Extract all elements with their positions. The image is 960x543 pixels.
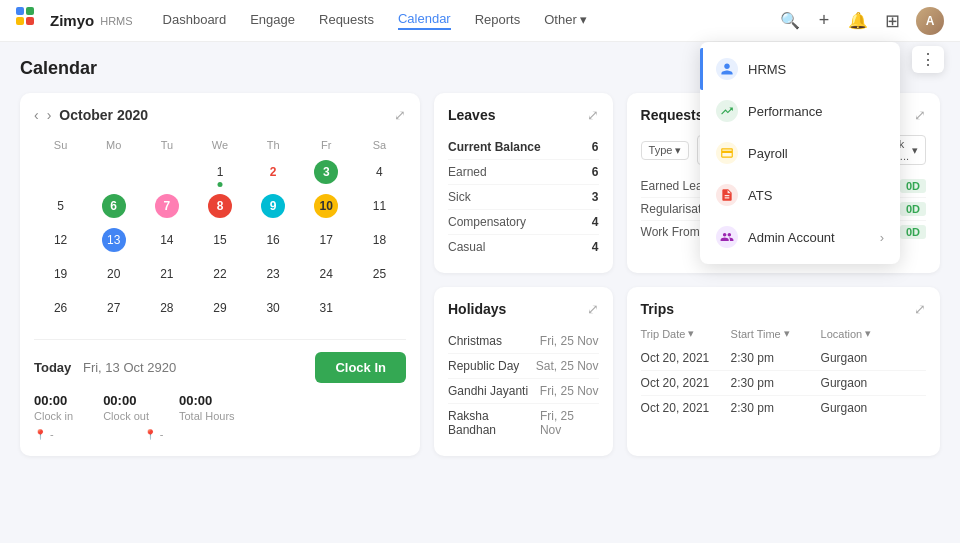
holidays-title: Holidays [448, 301, 506, 317]
today-date: Fri, 13 Oct 2920 [83, 360, 176, 375]
clock-in-button[interactable]: Clock In [315, 352, 406, 383]
logo-sub: HRMS [100, 15, 132, 27]
trip-2-location: Gurgaon [821, 376, 926, 390]
cal-cell-27[interactable]: 27 [87, 291, 140, 325]
cal-cell-12[interactable]: 12 [34, 223, 87, 257]
nav-engage[interactable]: Engage [250, 12, 295, 29]
cal-cell-7[interactable]: 7 [140, 189, 193, 223]
cal-cell-8[interactable]: 8 [193, 189, 246, 223]
chevron-down-icon: ▾ [580, 12, 587, 27]
dropdown-admin[interactable]: Admin Account › [700, 216, 900, 258]
today-section: Today Fri, 13 Oct 2920 Clock In 00:00 Cl… [34, 339, 406, 440]
cal-header-mo: Mo [87, 135, 140, 155]
leave-sick-value: 3 [592, 190, 599, 204]
cal-cell-11[interactable]: 11 [353, 189, 406, 223]
holiday-raksha: Raksha Bandhan Fri, 25 Nov [448, 404, 599, 442]
calendar-header: ‹ › October 2020 ⤢ [34, 107, 406, 123]
trips-card: Trips ⤢ Trip Date ▾ Start Time ▾ Locatio… [627, 287, 940, 456]
cal-cell-25[interactable]: 25 [353, 257, 406, 291]
header-actions: 🔍 + 🔔 ⊞ A [780, 7, 944, 35]
bell-icon[interactable]: 🔔 [848, 11, 868, 31]
requests-expand-icon[interactable]: ⤢ [914, 107, 926, 123]
location-in-value: - [50, 428, 54, 440]
cal-cell-14[interactable]: 14 [140, 223, 193, 257]
cal-cell-29[interactable]: 29 [193, 291, 246, 325]
cal-prev-button[interactable]: ‹ [34, 107, 39, 123]
cal-cell-10[interactable]: 10 [300, 189, 353, 223]
cal-cell-26[interactable]: 26 [34, 291, 87, 325]
holidays-expand-icon[interactable]: ⤢ [587, 301, 599, 317]
total-hours-label: Total Hours [179, 410, 235, 422]
location-in-icon: 📍 [34, 429, 46, 440]
cal-cell-23[interactable]: 23 [247, 257, 300, 291]
dropdown-ats[interactable]: ATS [700, 174, 900, 216]
leave-casual-label: Casual [448, 240, 485, 254]
leave-casual-value: 4 [592, 240, 599, 254]
cal-cell-6[interactable]: 6 [87, 189, 140, 223]
svg-rect-3 [26, 17, 34, 25]
cal-cell-19[interactable]: 19 [34, 257, 87, 291]
leave-comp-value: 4 [592, 215, 599, 229]
cal-cell-3[interactable]: 3 [300, 155, 353, 189]
trip-date-sort-icon: ▾ [688, 327, 694, 340]
cal-header-sa: Sa [353, 135, 406, 155]
cal-cell-4[interactable]: 4 [353, 155, 406, 189]
leave-current-balance: Current Balance 6 [448, 135, 599, 160]
nav-reports[interactable]: Reports [475, 12, 521, 29]
nav-requests[interactable]: Requests [319, 12, 374, 29]
dropdown-hrms[interactable]: HRMS [700, 48, 900, 90]
calendar-expand-icon[interactable]: ⤢ [394, 107, 406, 123]
dropdown-performance[interactable]: Performance [700, 90, 900, 132]
cal-cell-2[interactable]: 2 [247, 155, 300, 189]
cal-cell-16[interactable]: 16 [247, 223, 300, 257]
grid-icon[interactable]: ⊞ [882, 11, 902, 31]
leaves-title: Leaves [448, 107, 495, 123]
holiday-christmas: Christmas Fri, 25 Nov [448, 329, 599, 354]
trip-1-date: Oct 20, 2021 [641, 351, 731, 365]
col-trip-date[interactable]: Trip Date ▾ [641, 327, 731, 340]
cal-cell-28[interactable]: 28 [140, 291, 193, 325]
cal-cell-30[interactable]: 30 [247, 291, 300, 325]
nav-other[interactable]: Other ▾ [544, 12, 587, 29]
cal-cell-22[interactable]: 22 [193, 257, 246, 291]
cal-cell-18[interactable]: 18 [353, 223, 406, 257]
col-location[interactable]: Location ▾ [821, 327, 926, 340]
trips-col-headers: Trip Date ▾ Start Time ▾ Location ▾ [641, 327, 926, 340]
cal-cell-21[interactable]: 21 [140, 257, 193, 291]
nav-calendar[interactable]: Calendar [398, 11, 451, 30]
cal-cell-13-today[interactable]: 13 [87, 223, 140, 257]
filter-type[interactable]: Type ▾ [641, 141, 690, 160]
cal-cell-9[interactable]: 9 [247, 189, 300, 223]
avatar[interactable]: A [916, 7, 944, 35]
leave-comp-label: Compensatory [448, 215, 526, 229]
dropdown-payroll[interactable]: Payroll [700, 132, 900, 174]
leaves-expand-icon[interactable]: ⤢ [587, 107, 599, 123]
cal-cell-5[interactable]: 5 [34, 189, 87, 223]
trips-expand-icon[interactable]: ⤢ [914, 301, 926, 317]
cal-cell-1[interactable]: 1 [193, 155, 246, 189]
add-icon[interactable]: + [814, 11, 834, 31]
nav-dashboard[interactable]: Dashboard [163, 12, 227, 29]
cal-cell-24[interactable]: 24 [300, 257, 353, 291]
cal-cell-17[interactable]: 17 [300, 223, 353, 257]
cal-cell-31[interactable]: 31 [300, 291, 353, 325]
svg-rect-0 [16, 7, 24, 15]
filter-type-chevron: ▾ [675, 144, 681, 157]
clock-out-value: 00:00 [103, 393, 149, 408]
cal-cell-20[interactable]: 20 [87, 257, 140, 291]
search-icon[interactable]: 🔍 [780, 11, 800, 31]
trip-row-1: Oct 20, 2021 2:30 pm Gurgaon [641, 346, 926, 371]
holiday-christmas-name: Christmas [448, 334, 502, 348]
leave-sick: Sick 3 [448, 185, 599, 210]
trip-2-time: 2:30 pm [731, 376, 821, 390]
calendar-grid: Su Mo Tu We Th Fr Sa 1 2 3 [34, 135, 406, 325]
trip-row-2: Oct 20, 2021 2:30 pm Gurgaon [641, 371, 926, 396]
cal-next-button[interactable]: › [47, 107, 52, 123]
location-out-value: - [160, 428, 164, 440]
leave-sick-label: Sick [448, 190, 471, 204]
more-options-menu[interactable]: ⋮ [912, 46, 944, 73]
cal-cell-15[interactable]: 15 [193, 223, 246, 257]
col-start-time[interactable]: Start Time ▾ [731, 327, 821, 340]
cal-cell-empty [140, 155, 193, 189]
leaves-card: Leaves ⤢ Current Balance 6 Earned 6 Sick… [434, 93, 613, 273]
